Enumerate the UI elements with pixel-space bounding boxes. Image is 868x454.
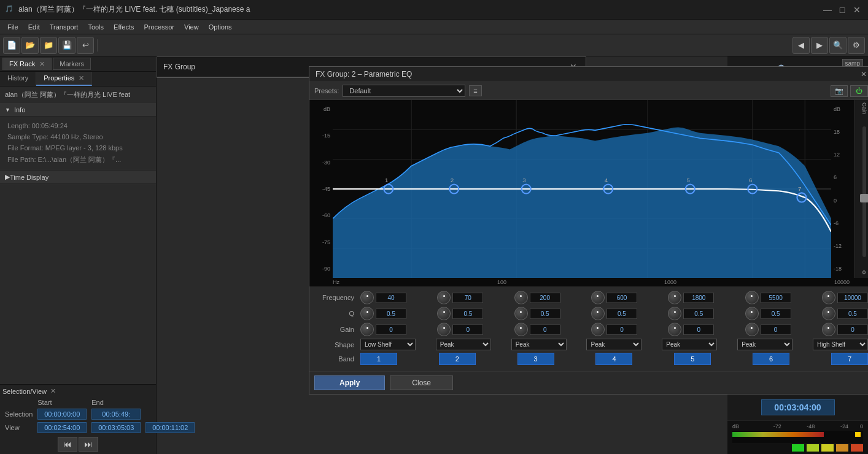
q-value-2[interactable] [452, 309, 483, 319]
freq-value-4[interactable] [606, 293, 637, 303]
band-num-2[interactable]: 2 [439, 353, 476, 365]
freq-knob-3[interactable] [514, 291, 528, 304]
band-num-6[interactable]: 6 [753, 353, 789, 365]
zoom-button[interactable]: 🔍 [829, 37, 847, 54]
freq-value-2[interactable] [452, 293, 483, 303]
gain-value-5[interactable] [683, 325, 714, 335]
freq-value-7[interactable] [837, 293, 868, 303]
selection-view-close[interactable]: ✕ [50, 387, 56, 395]
gain-knob-4[interactable] [591, 323, 605, 336]
band-num-1[interactable]: 1 [360, 353, 397, 365]
info-section-header[interactable]: ▼ Info [0, 104, 156, 117]
open-button[interactable]: 📂 [21, 37, 39, 54]
fx-rack-tab-close[interactable]: ✕ [39, 60, 45, 67]
gain-value-1[interactable] [376, 325, 406, 335]
view-end-input[interactable] [91, 422, 141, 433]
nav-prev-button[interactable]: ⏮ [58, 437, 77, 452]
close-button[interactable]: Close [390, 375, 453, 390]
q-knob-6[interactable] [745, 307, 759, 320]
band-num-4[interactable]: 4 [595, 353, 632, 365]
gain-knob-3[interactable] [514, 323, 528, 336]
gain-knob-7[interactable] [822, 323, 835, 336]
freq-value-1[interactable] [376, 293, 406, 303]
q-value-6[interactable] [761, 309, 791, 319]
gain-knob-5[interactable] [668, 323, 681, 336]
q-knob-4[interactable] [591, 307, 605, 320]
properties-tab-close[interactable]: ✕ [79, 74, 84, 82]
q-value-4[interactable] [606, 309, 637, 319]
power-button[interactable]: ⏻ [850, 85, 868, 97]
menu-file[interactable]: File [2, 22, 23, 32]
shape-select-7[interactable]: High Shelf [813, 339, 868, 350]
presets-menu-button[interactable]: ≡ [469, 85, 481, 96]
gain-knob-2[interactable] [437, 323, 451, 336]
snapshot-button[interactable]: 📷 [831, 85, 848, 97]
band-num-7[interactable]: 7 [831, 353, 868, 365]
selection-start-input[interactable] [37, 409, 87, 420]
freq-value-5[interactable] [683, 293, 714, 303]
menu-effects[interactable]: Effects [109, 22, 139, 32]
shape-select-2[interactable]: Peak [436, 339, 491, 350]
freq-knob-4[interactable] [591, 291, 605, 304]
apply-button[interactable]: Apply [314, 375, 385, 390]
nav-right-button[interactable]: ▶ [811, 37, 828, 54]
q-value-3[interactable] [530, 309, 560, 319]
band-num-3[interactable]: 3 [517, 353, 554, 365]
gain-value-3[interactable] [530, 325, 560, 335]
q-value-5[interactable] [683, 309, 714, 319]
open-recent-button[interactable]: 📁 [40, 37, 57, 54]
q-value-1[interactable] [376, 309, 406, 319]
gain-value-6[interactable] [761, 325, 791, 335]
freq-knob-5[interactable] [668, 291, 681, 304]
freq-knob-7[interactable] [822, 291, 835, 304]
nav-left-button[interactable]: ◀ [792, 37, 810, 54]
new-button[interactable]: 📄 [3, 37, 20, 54]
q-knob-2[interactable] [437, 307, 451, 320]
q-knob-5[interactable] [668, 307, 681, 320]
q-knob-3[interactable] [514, 307, 528, 320]
properties-tab[interactable]: Properties ✕ [36, 72, 92, 86]
gain-value-2[interactable] [452, 325, 483, 335]
band-num-5[interactable]: 5 [674, 353, 711, 365]
gain-value-4[interactable] [606, 325, 637, 335]
menu-options[interactable]: Options [204, 22, 237, 32]
q-knob-1[interactable] [360, 307, 374, 320]
menu-processor[interactable]: Processor [139, 22, 180, 32]
shape-select-4[interactable]: Peak [586, 339, 641, 350]
freq-value-3[interactable] [530, 293, 560, 303]
view-start-input[interactable] [37, 422, 87, 433]
gain-slider-track[interactable] [862, 126, 866, 257]
maximize-button[interactable]: □ [836, 4, 848, 16]
gain-value-7[interactable] [837, 325, 868, 335]
q-knob-7[interactable] [822, 307, 835, 320]
undo-button[interactable]: ↩ [77, 37, 94, 54]
shape-select-6[interactable]: Peak [737, 339, 792, 350]
close-button[interactable]: ✕ [851, 4, 863, 16]
gain-knob-6[interactable] [745, 323, 759, 336]
q-value-7[interactable] [837, 309, 868, 319]
menu-edit[interactable]: Edit [23, 22, 45, 32]
history-tab[interactable]: History [0, 72, 36, 86]
freq-knob-1[interactable] [360, 291, 374, 304]
gain-slider-thumb[interactable] [860, 194, 869, 202]
freq-value-6[interactable] [761, 293, 791, 303]
nav-next-button[interactable]: ⏭ [79, 437, 98, 452]
menu-transport[interactable]: Transport [45, 22, 83, 32]
markers-tab[interactable]: Markers [53, 58, 91, 70]
freq-knob-2[interactable] [437, 291, 451, 304]
eq-window-close-button[interactable]: ✕ [861, 70, 867, 79]
freq-knob-6[interactable] [745, 291, 759, 304]
menu-tools[interactable]: Tools [83, 22, 109, 32]
presets-dropdown[interactable]: Default [343, 85, 465, 97]
time-display-header[interactable]: ▶ Time Display [0, 171, 156, 184]
gain-knob-1[interactable] [360, 323, 374, 336]
fx-rack-tab[interactable]: FX Rack ✕ [2, 58, 52, 70]
shape-select-3[interactable]: Peak [511, 339, 567, 350]
save-button[interactable]: 💾 [58, 37, 76, 54]
minimize-button[interactable]: — [821, 4, 834, 16]
shape-select-5[interactable]: Peak [662, 339, 717, 350]
menu-view[interactable]: View [179, 22, 204, 32]
settings-button[interactable]: ⚙ [848, 37, 865, 54]
selection-end-input[interactable] [91, 409, 141, 420]
shape-select-1[interactable]: Low Shelf [360, 339, 416, 350]
